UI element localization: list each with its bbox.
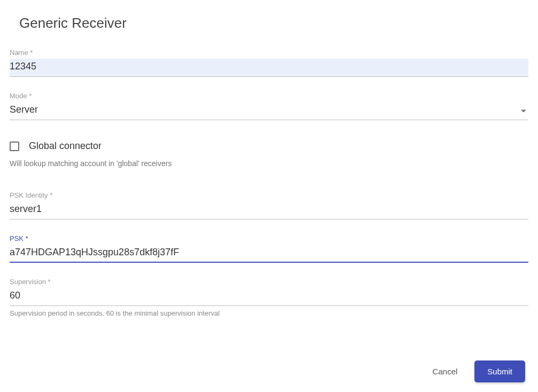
page-title: Generic Receiver bbox=[19, 15, 528, 32]
psk-input[interactable] bbox=[10, 245, 528, 263]
button-row: Cancel Submit bbox=[428, 360, 525, 382]
supervision-label: Supervision * bbox=[10, 278, 528, 286]
name-field-group: Name * bbox=[10, 49, 528, 77]
psk-identity-input[interactable] bbox=[10, 201, 528, 219]
psk-identity-label: PSK Identity * bbox=[10, 191, 528, 199]
supervision-field-group: Supervision * Supervision period in seco… bbox=[10, 278, 528, 317]
supervision-input[interactable] bbox=[10, 288, 528, 306]
submit-button[interactable]: Submit bbox=[474, 360, 525, 382]
name-label: Name * bbox=[10, 49, 528, 57]
mode-label: Mode * bbox=[10, 92, 528, 100]
mode-select[interactable]: Server bbox=[10, 102, 528, 120]
mode-value: Server bbox=[10, 102, 528, 120]
psk-label: PSK * bbox=[10, 234, 528, 242]
global-connector-helper: Will lookup matching account in 'global'… bbox=[10, 159, 528, 168]
mode-field-group: Mode * Server bbox=[10, 92, 528, 120]
name-input[interactable] bbox=[10, 59, 528, 77]
supervision-helper: Supervision period in seconds. 60 is the… bbox=[10, 309, 528, 317]
chevron-down-icon bbox=[521, 109, 526, 112]
cancel-button[interactable]: Cancel bbox=[428, 362, 462, 381]
global-connector-label: Global connector bbox=[29, 140, 102, 152]
psk-field-group: PSK * bbox=[10, 234, 528, 263]
global-connector-checkbox[interactable] bbox=[10, 142, 19, 151]
global-connector-group: Global connector Will lookup matching ac… bbox=[10, 140, 528, 168]
psk-identity-field-group: PSK Identity * bbox=[10, 191, 528, 219]
